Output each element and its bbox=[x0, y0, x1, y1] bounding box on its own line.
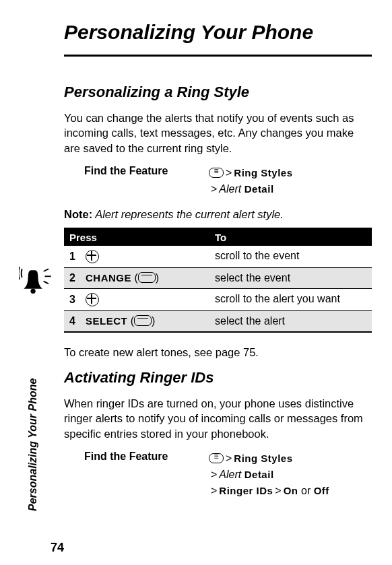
softkey-icon bbox=[134, 315, 152, 326]
path-off: Off bbox=[314, 485, 329, 496]
feature-path-2: >Ring Styles >Alert Detail >Ringer IDs>O… bbox=[209, 451, 329, 499]
section1-intro: You can change the alerts that notify yo… bbox=[64, 110, 372, 156]
page-number: 74 bbox=[51, 541, 64, 555]
step-desc: select the alert bbox=[209, 311, 372, 331]
softkey-icon bbox=[138, 272, 156, 283]
step-num: 2 bbox=[69, 272, 77, 284]
feature-path-1: >Ring Styles >Alert Detail bbox=[209, 165, 293, 197]
section1-title: Personalizing a Ring Style bbox=[64, 84, 372, 101]
svg-point-0 bbox=[30, 289, 35, 294]
path-alert: Alert bbox=[219, 183, 241, 195]
step-desc: select the event bbox=[209, 268, 372, 288]
nav-key-icon bbox=[86, 250, 99, 263]
step-num: 3 bbox=[69, 294, 77, 306]
page: Personalizing Your Phone 74 Personalizin… bbox=[0, 0, 392, 565]
table-row: 1 scroll to the event bbox=[64, 246, 372, 268]
step-desc: scroll to the event bbox=[209, 246, 372, 267]
table-header: Press To bbox=[64, 229, 372, 246]
path-on: On bbox=[284, 485, 298, 496]
steps-table: Press To 1 scroll to the event 2 CHANGE … bbox=[64, 228, 372, 333]
ringing-bell-icon bbox=[19, 264, 56, 301]
note-text: Alert represents the current alert style… bbox=[92, 208, 284, 220]
step-num: 4 bbox=[69, 315, 77, 327]
step-num: 1 bbox=[69, 251, 77, 263]
feature-block-2: Find the Feature >Ring Styles >Alert Det… bbox=[64, 451, 372, 499]
feature-label-1: Find the Feature bbox=[84, 165, 209, 177]
path-detail: Detail bbox=[244, 469, 274, 480]
feature-block-1: Find the Feature >Ring Styles >Alert Det… bbox=[64, 165, 372, 197]
table-row: 2 CHANGE () select the event bbox=[64, 268, 372, 289]
th-press: Press bbox=[64, 229, 209, 246]
title-underline bbox=[64, 55, 372, 57]
path-ring-styles: Ring Styles bbox=[234, 167, 292, 178]
note-label: Note: bbox=[64, 208, 92, 220]
svg-line-1 bbox=[44, 269, 48, 271]
section1-outro: To create new alert tones, see page 75. bbox=[64, 345, 372, 360]
path-detail: Detail bbox=[244, 183, 274, 195]
menu-key-icon bbox=[209, 168, 224, 178]
step-key-label: CHANGE bbox=[86, 272, 131, 284]
path-alert: Alert bbox=[219, 469, 241, 480]
section2-title: Activating Ringer IDs bbox=[64, 369, 372, 387]
step-key-label: SELECT bbox=[86, 315, 127, 327]
path-ring-styles: Ring Styles bbox=[234, 453, 292, 464]
svg-line-3 bbox=[44, 281, 48, 284]
side-section-label: Personalizing Your Phone bbox=[27, 378, 39, 511]
table-row: 3 scroll to the alert you want bbox=[64, 289, 372, 311]
note-line: Note: Alert represents the current alert… bbox=[64, 208, 372, 221]
path-ringer-ids: Ringer IDs bbox=[219, 485, 273, 496]
nav-key-icon bbox=[86, 293, 99, 306]
menu-key-icon bbox=[209, 453, 224, 463]
section2-intro: When ringer IDs are turned on, your phon… bbox=[64, 396, 372, 441]
path-or: or bbox=[301, 485, 311, 496]
feature-label-2: Find the Feature bbox=[84, 451, 209, 463]
table-row: 4 SELECT () select the alert bbox=[64, 311, 372, 331]
step-desc: scroll to the alert you want bbox=[209, 289, 372, 310]
chapter-title: Personalizing Your Phone bbox=[64, 20, 372, 44]
th-to: To bbox=[209, 229, 372, 246]
